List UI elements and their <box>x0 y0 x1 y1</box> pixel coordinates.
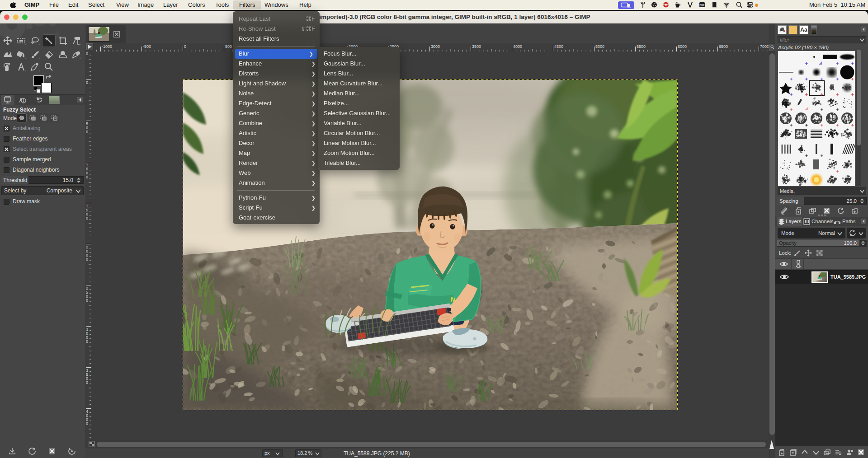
svg-text:PDF: PDF <box>700 4 705 6</box>
svg-text:0: 0 <box>86 298 88 303</box>
svg-text:0: 0 <box>86 380 88 385</box>
svg-text:0: 0 <box>86 216 88 220</box>
svg-text:0: 0 <box>86 80 88 85</box>
svg-text:0: 0 <box>86 51 88 56</box>
svg-text:0: 0 <box>86 339 88 344</box>
svg-text:4500: 4500 <box>554 44 563 49</box>
svg-text:3500: 3500 <box>472 44 481 49</box>
svg-text:0: 0 <box>86 257 88 262</box>
svg-text:7000: 7000 <box>760 44 769 49</box>
svg-text:0: 0 <box>86 130 88 134</box>
svg-text:-500: -500 <box>143 44 151 49</box>
svg-text:5000: 5000 <box>595 44 604 49</box>
svg-text:4000: 4000 <box>513 44 522 49</box>
svg-text:6500: 6500 <box>719 44 728 49</box>
svg-text:6000: 6000 <box>678 44 687 49</box>
svg-text:-1000: -1000 <box>102 44 112 49</box>
svg-text:5500: 5500 <box>637 44 646 49</box>
svg-text:0: 0 <box>86 421 88 426</box>
svg-text:0: 0 <box>184 44 186 49</box>
svg-text:500: 500 <box>225 44 232 49</box>
svg-text:3000: 3000 <box>431 44 440 49</box>
svg-text:0: 0 <box>86 175 88 179</box>
